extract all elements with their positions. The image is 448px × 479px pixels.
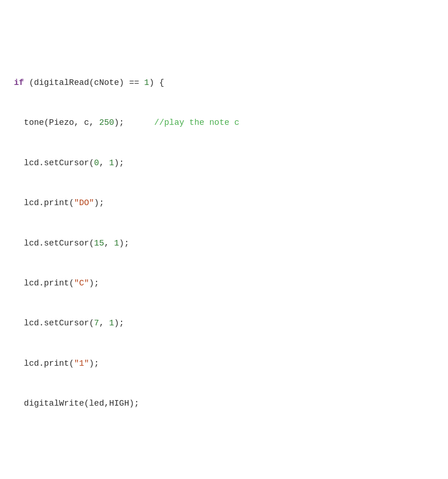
string-1: "1" [74, 359, 89, 368]
code-editor: if (digitalRead(cNote) == 1) { tone(Piez… [14, 9, 434, 479]
code-section-1: if (digitalRead(cNote) == 1) { tone(Piez… [14, 49, 434, 437]
line-7: lcd.setCursor(7, 1); [14, 317, 434, 330]
number-15-1: 15 [94, 239, 104, 248]
number-1-1: 1 [109, 158, 114, 168]
number-1: 1 [144, 78, 149, 87]
line-1: if (digitalRead(cNote) == 1) { [14, 76, 434, 90]
line-2: tone(Piezo, c, 250); //play the note c [14, 116, 434, 129]
number-0-1: 0 [94, 158, 99, 168]
line-8: lcd.print("1"); [14, 357, 434, 370]
number-1-2: 1 [114, 239, 119, 248]
number-250-1: 250 [99, 118, 114, 127]
number-1-3: 1 [109, 318, 114, 328]
string-DO: "DO" [74, 198, 94, 207]
line-6: lcd.print("C"); [14, 277, 434, 290]
number-7-1: 7 [94, 318, 99, 328]
comment-1: //play the note c [154, 118, 239, 127]
line-5: lcd.setCursor(15, 1); [14, 237, 434, 250]
line-3: lcd.setCursor(0, 1); [14, 156, 434, 170]
keyword-if: if [14, 78, 24, 87]
string-C: "C" [74, 278, 89, 288]
line-4: lcd.print("DO"); [14, 196, 434, 210]
line-9: digitalWrite(led,HIGH); [14, 397, 434, 410]
